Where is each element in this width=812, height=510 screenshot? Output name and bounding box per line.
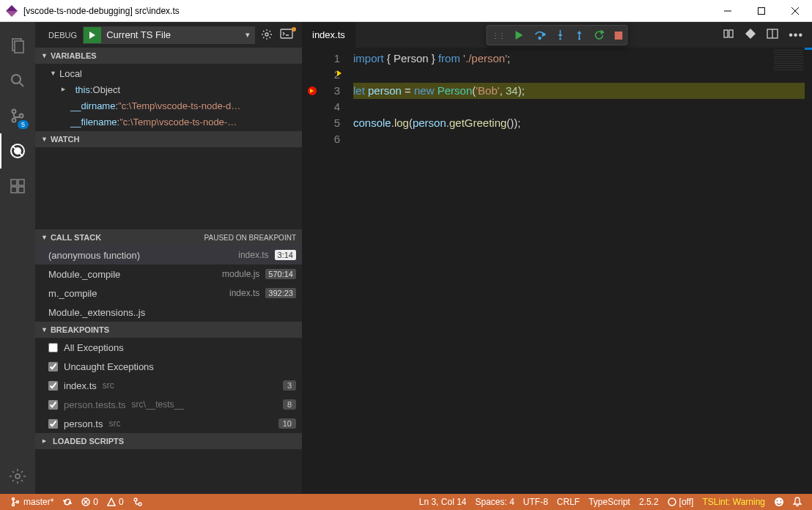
svg-marker-28 <box>543 33 546 36</box>
explorer-icon[interactable] <box>0 28 35 63</box>
tslint-status[interactable]: TSLint: Warning <box>698 494 769 510</box>
breakpoint-row[interactable]: person.tests.tssrc\__tests__8 <box>35 395 302 414</box>
stack-frame[interactable]: m._compileindex.ts392:23 <box>35 284 302 303</box>
watch-header[interactable]: ▼WATCH <box>35 131 302 147</box>
titlebar: [vscode-ts-node-debugging] src\index.ts <box>0 0 812 22</box>
callstack-body: (anonymous function)index.ts3:14 Module.… <box>35 245 302 322</box>
close-button[interactable] <box>778 0 812 22</box>
step-over-button[interactable] <box>534 30 546 40</box>
bell-icon[interactable] <box>789 494 806 510</box>
vscode-icon <box>6 5 18 17</box>
svg-rect-16 <box>11 187 17 193</box>
scm-icon[interactable]: 5 <box>0 98 35 133</box>
restart-button[interactable] <box>594 30 605 40</box>
maximize-button[interactable] <box>745 0 778 22</box>
code-area[interactable]: 123456 import { Person } from './person'… <box>302 48 812 494</box>
ts-version[interactable]: 2.5.2 <box>635 494 663 510</box>
svg-rect-37 <box>615 32 623 40</box>
git-branch[interactable]: master* <box>6 494 58 510</box>
breakpoint-row[interactable]: index.tssrc3 <box>35 376 302 395</box>
svg-marker-31 <box>558 34 563 37</box>
svg-marker-34 <box>577 31 582 34</box>
breakpoint-marker[interactable] <box>308 86 317 95</box>
svg-point-32 <box>559 38 561 40</box>
debug-console-icon[interactable] <box>280 29 293 42</box>
spaces[interactable]: Spaces: 4 <box>470 494 518 510</box>
loaded-scripts-header[interactable]: ▼ LOADED SCRIPTS <box>35 433 302 449</box>
step-into-button[interactable] <box>556 30 565 40</box>
stack-frame[interactable]: Module._compilemodule.js570:14 <box>35 265 302 284</box>
svg-marker-27 <box>516 31 523 40</box>
svg-rect-4 <box>12 39 21 51</box>
watch-body[interactable] <box>35 147 302 229</box>
svg-point-39 <box>12 504 15 506</box>
debug-config-name: Current TS File <box>102 29 241 40</box>
eol[interactable]: CRLF <box>553 494 584 510</box>
svg-point-52 <box>780 500 782 502</box>
breakpoint-row[interactable]: person.tssrc10 <box>35 414 302 433</box>
svg-rect-22 <box>724 30 728 37</box>
stack-frame[interactable]: (anonymous function)index.ts3:14 <box>35 245 302 265</box>
svg-marker-19 <box>89 32 95 39</box>
scope-local[interactable]: ▼Local <box>35 65 302 81</box>
minimize-button[interactable] <box>711 0 745 22</box>
continue-button[interactable] <box>515 31 524 40</box>
drag-handle-icon[interactable]: ⋮⋮ <box>492 32 505 40</box>
editor-tab[interactable]: index.ts <box>302 22 356 48</box>
bp-checkbox[interactable] <box>48 343 58 352</box>
overview-ruler[interactable] <box>805 48 812 494</box>
language[interactable]: TypeScript <box>584 494 635 510</box>
more-icon[interactable]: ••• <box>789 29 803 42</box>
svg-line-3 <box>791 7 799 15</box>
variable-row[interactable]: __dirname: "c:\Temp\vscode-ts-node-d… <box>35 97 302 114</box>
callstack-header[interactable]: ▼CALL STACKPAUSED ON BREAKPOINT <box>35 229 302 245</box>
breakpoint-row[interactable]: Uncaught Exceptions <box>35 357 302 376</box>
debug-config-selector[interactable]: Current TS File ▾ <box>83 26 255 44</box>
gear-icon[interactable] <box>261 29 273 42</box>
variables-header[interactable]: ▼VARIABLES <box>35 48 302 64</box>
feedback-icon[interactable] <box>769 494 789 510</box>
warnings[interactable]: 0 <box>103 494 128 510</box>
svg-marker-41 <box>64 500 66 503</box>
start-debug-button[interactable] <box>84 27 101 43</box>
debug-icon[interactable] <box>0 133 35 169</box>
debug-sidebar: DEBUG Current TS File ▾ ▼VARIABLES ▼Loca… <box>35 22 302 494</box>
svg-point-47 <box>134 498 137 501</box>
svg-marker-46 <box>108 498 115 506</box>
compare-icon[interactable] <box>723 28 734 42</box>
svg-point-6 <box>12 75 21 84</box>
svg-point-40 <box>17 501 19 503</box>
debug-toolbar[interactable]: ⋮⋮ <box>487 25 628 45</box>
flow-icon[interactable] <box>128 494 147 510</box>
step-out-button[interactable] <box>575 30 584 40</box>
svg-rect-5 <box>15 41 23 53</box>
diamond-icon[interactable] <box>745 28 756 42</box>
debug-label: DEBUG <box>48 31 77 40</box>
sync-icon[interactable] <box>58 494 77 510</box>
svg-rect-15 <box>18 180 24 185</box>
encoding[interactable]: UTF-8 <box>519 494 553 510</box>
variable-row[interactable]: __filename: "c:\Temp\vscode-ts-node-… <box>35 114 302 130</box>
svg-point-29 <box>539 37 541 40</box>
minimap[interactable] <box>774 50 803 72</box>
window-title: [vscode-ts-node-debugging] src\index.ts <box>23 6 711 16</box>
stop-button[interactable] <box>615 32 623 40</box>
bp-checkbox[interactable] <box>48 362 58 372</box>
svg-point-50 <box>775 498 783 506</box>
breakpoint-row[interactable]: All Exceptions <box>35 338 302 357</box>
stack-frame[interactable]: Module._extensions..js <box>35 303 302 322</box>
errors[interactable]: 0 <box>77 494 103 510</box>
cursor-position[interactable]: Ln 3, Col 14 <box>415 494 471 510</box>
off-status[interactable]: [off] <box>663 494 698 510</box>
split-icon[interactable] <box>767 28 778 42</box>
bp-checkbox[interactable] <box>48 381 58 391</box>
search-icon[interactable] <box>0 63 35 98</box>
bp-checkbox[interactable] <box>48 419 58 429</box>
breakpoints-header[interactable]: ▼BREAKPOINTS <box>35 322 302 338</box>
variable-row[interactable]: ▼ this: Object <box>35 81 302 97</box>
settings-icon[interactable] <box>0 459 35 494</box>
svg-line-7 <box>20 83 23 86</box>
gutter[interactable]: 123456 <box>302 51 353 494</box>
extensions-icon[interactable] <box>0 169 35 204</box>
bp-checkbox[interactable] <box>48 400 58 410</box>
